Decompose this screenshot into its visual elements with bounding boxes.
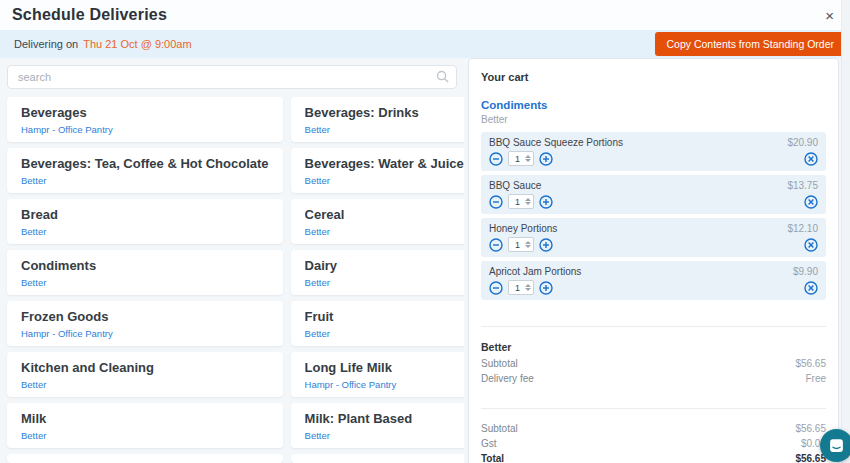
quantity-value: 1 [515,240,525,250]
category-card[interactable]: Beverages: Tea, Coffee & Hot Chocolate B… [7,148,283,193]
chat-bubble-icon [828,437,845,454]
category-supplier: Better [305,277,464,288]
decrease-quantity-icon[interactable] [489,195,503,209]
increase-quantity-icon[interactable] [539,195,553,209]
gst-label: Gst [481,438,497,449]
cart-divider [481,326,826,327]
category-card[interactable]: Milk: Plant Based Better [291,403,464,448]
supplier-subtotal-row: Subtotal $56.65 [481,358,826,369]
cart-item-name: Apricot Jam Portions [489,266,581,277]
category-card[interactable]: Long Life Milk Hampr - Office Pantry [291,352,464,397]
quantity-stepper[interactable]: 1 [508,237,534,252]
remove-item-icon[interactable] [804,238,818,252]
search-input[interactable] [7,65,457,89]
spinner-arrows-icon[interactable] [525,284,531,291]
quantity-value: 1 [515,283,525,293]
cart-item-price: $13.75 [787,180,818,191]
total-row: Total $56.65 [481,453,826,463]
remove-item-icon[interactable] [804,195,818,209]
quantity-stepper[interactable]: 1 [508,194,534,209]
close-icon[interactable]: × [821,6,838,25]
category-card[interactable]: Beverages: Drinks Better [291,97,464,142]
cart-group-name: Condiments [481,99,826,111]
category-card-partial[interactable] [291,454,464,463]
category-supplier: Better [21,430,269,441]
cart-item-price: $20.90 [787,137,818,148]
remove-item-icon[interactable] [804,152,818,166]
decrease-quantity-icon[interactable] [489,238,503,252]
cart-group-supplier: Better [481,114,826,125]
category-title: Beverages: Water & Juice [305,156,464,171]
category-card[interactable]: Bread Better [7,199,283,244]
copy-standing-order-button[interactable]: Copy Contents from Standing Order [655,32,847,56]
cart-item-name: Honey Portions [489,223,557,234]
spinner-arrows-icon[interactable] [525,198,531,205]
search-icon [436,70,449,83]
order-subtotal-row: Subtotal $56.65 [481,423,826,434]
decrease-quantity-icon[interactable] [489,152,503,166]
category-title: Dairy [305,258,464,273]
category-title: Cereal [305,207,464,222]
category-card[interactable]: Fruit Better [291,301,464,346]
page-title: Schedule Deliveries [12,6,167,24]
category-title: Milk [21,411,269,426]
modal-header: Schedule Deliveries × [0,0,850,30]
category-card[interactable]: Beverages Hampr - Office Pantry [7,97,283,142]
cart-item-name: BBQ Sauce [489,180,541,191]
category-card[interactable]: Kitchen and Cleaning Better [7,352,283,397]
category-supplier: Hampr - Office Pantry [305,379,464,390]
order-subtotal-value: $56.65 [795,423,826,434]
increase-quantity-icon[interactable] [539,152,553,166]
spinner-arrows-icon[interactable] [525,155,531,162]
category-card[interactable]: Condiments Better [7,250,283,295]
category-title: Condiments [21,258,269,273]
category-title: Fruit [305,309,464,324]
category-supplier: Better [305,124,464,135]
cart-item-name: BBQ Sauce Squeeze Portions [489,137,623,148]
gst-row: Gst $0.00 [481,438,826,449]
category-title: Beverages [21,105,269,120]
decrease-quantity-icon[interactable] [489,281,503,295]
category-supplier: Better [305,175,464,186]
cart-item-price: $12.10 [787,223,818,234]
supplier-summary-name: Better [481,341,826,353]
category-card-partial[interactable] [7,454,283,463]
category-card[interactable]: Cereal Better [291,199,464,244]
delivery-fee-label: Delivery fee [481,373,534,384]
category-grid: Beverages Hampr - Office Pantry Beverage… [7,97,457,463]
category-supplier: Better [305,328,464,339]
category-title: Beverages: Tea, Coffee & Hot Chocolate [21,156,269,171]
supplier-subtotal-label: Subtotal [481,358,518,369]
category-card[interactable]: Beverages: Water & Juice Better [291,148,464,193]
increase-quantity-icon[interactable] [539,281,553,295]
category-panel: Beverages Hampr - Office Pantry Beverage… [0,58,464,463]
cart-item: Apricot Jam Portions $9.90 1 [481,261,826,300]
spinner-arrows-icon[interactable] [525,241,531,248]
category-card[interactable]: Frozen Goods Hampr - Office Pantry [7,301,283,346]
cart-item: Honey Portions $12.10 1 [481,218,826,257]
category-title: Long Life Milk [305,360,464,375]
order-subtotal-label: Subtotal [481,423,518,434]
quantity-stepper[interactable]: 1 [508,151,534,166]
category-card[interactable]: Milk Better [7,403,283,448]
delivery-banner: Delivering onThu 21 Oct @ 9:00am Copy Co… [0,30,850,58]
delivery-fee-row: Delivery fee Free [481,373,826,384]
quantity-value: 1 [515,197,525,207]
remove-item-icon[interactable] [804,281,818,295]
category-supplier: Hampr - Office Pantry [21,124,269,135]
category-supplier: Hampr - Office Pantry [21,328,269,339]
cart-title: Your cart [481,71,826,83]
cart-panel: Your cart Condiments Better BBQ Sauce Sq… [468,58,839,463]
category-supplier: Better [21,379,269,390]
delivery-date[interactable]: Thu 21 Oct @ 9:00am [83,38,191,50]
category-card[interactable]: Dairy Better [291,250,464,295]
page-scrollbar[interactable] [841,0,850,463]
increase-quantity-icon[interactable] [539,238,553,252]
chat-launcher-button[interactable] [820,429,850,462]
cart-divider [481,408,826,409]
category-supplier: Better [21,277,269,288]
total-value: $56.65 [795,453,826,463]
category-title: Frozen Goods [21,309,269,324]
total-label: Total [481,453,504,463]
quantity-stepper[interactable]: 1 [508,280,534,295]
